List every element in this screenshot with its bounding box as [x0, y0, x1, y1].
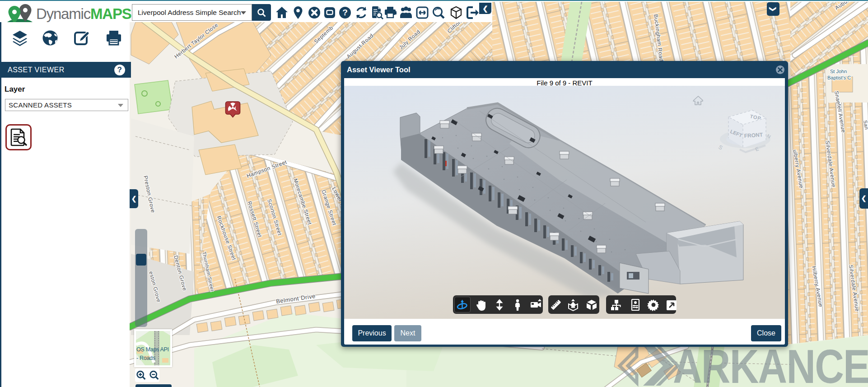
svg-text:?: ?	[342, 8, 348, 17]
svg-text:St John: St John	[830, 69, 847, 74]
svg-text:FRONT: FRONT	[744, 131, 763, 139]
svg-text:Baptist's C: Baptist's C	[827, 75, 851, 80]
svg-text:ARKANCE: ARKANCE	[673, 340, 868, 387]
